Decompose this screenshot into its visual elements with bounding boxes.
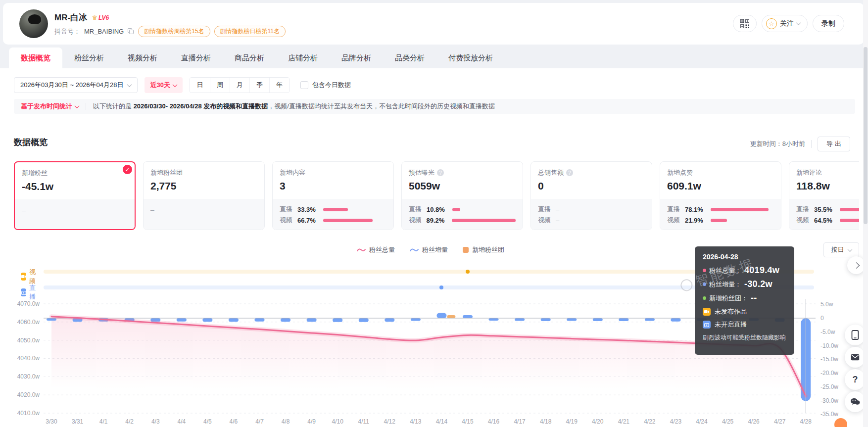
- svg-text:4/14: 4/14: [436, 418, 448, 425]
- qr-icon: [740, 19, 749, 28]
- legend-fans-total[interactable]: 粉丝总量: [357, 245, 395, 254]
- svg-text:4/8: 4/8: [282, 418, 290, 425]
- douyin-id: MR_BAIBING: [84, 28, 124, 35]
- feedback-mail-button[interactable]: [845, 347, 866, 368]
- svg-text:-5.0w: -5.0w: [820, 329, 835, 335]
- cards-next-button[interactable]: [847, 256, 865, 274]
- help-button[interactable]: ?: [845, 369, 866, 390]
- chart-granularity-select[interactable]: 按日: [823, 242, 859, 257]
- tab-shop-analysis[interactable]: 店铺分析: [276, 47, 330, 68]
- card-new-fan-club[interactable]: 新增粉丝团 2,775 –: [143, 161, 265, 230]
- checkbox-label: 包含今日数据: [312, 81, 351, 90]
- svg-text:4/24: 4/24: [696, 418, 708, 425]
- chat-icon: [850, 398, 860, 406]
- rank-badge-daily[interactable]: 剧情指数榜日榜第11名: [214, 26, 286, 37]
- svg-text:-35.0w: -35.0w: [820, 411, 838, 418]
- section-title: 数据概览: [14, 137, 48, 148]
- question-icon: ?: [853, 375, 858, 385]
- quick-range-select[interactable]: 近30天: [145, 77, 183, 93]
- card-total-sales[interactable]: 总销售额? 0 直播– 视频–: [530, 161, 652, 230]
- svg-text:4/21: 4/21: [618, 418, 630, 425]
- follow-button[interactable]: ☆ 关注: [762, 15, 808, 32]
- export-button[interactable]: 导出: [818, 137, 850, 151]
- granularity-segments: 日 周 月 季 年: [190, 77, 289, 93]
- segment-year[interactable]: 年: [269, 78, 289, 93]
- svg-text:4030.0w: 4030.0w: [17, 373, 40, 380]
- scrollbar-thumb[interactable]: [864, 47, 868, 224]
- svg-text:4/27: 4/27: [774, 418, 786, 425]
- tab-product-analysis[interactable]: 商品分析: [223, 47, 276, 68]
- qr-code-button[interactable]: [733, 15, 757, 32]
- mobile-app-button[interactable]: [845, 325, 866, 345]
- live-share-bar: [711, 208, 769, 211]
- svg-text:4/17: 4/17: [514, 418, 526, 425]
- copy-icon[interactable]: [128, 28, 134, 35]
- svg-text:4/15: 4/15: [462, 418, 474, 425]
- video-share-bar: [452, 219, 516, 222]
- page: MR-白冰 ♛LV6 抖音号： MR_BAIBING 剧情指数榜周榜第15名 剧…: [0, 0, 868, 427]
- divider: [86, 103, 86, 110]
- tab-paid-promotion-analysis[interactable]: 付费投放分析: [436, 47, 505, 68]
- segment-quarter[interactable]: 季: [249, 78, 269, 93]
- notice-text: 以下统计的是 2026/03/30- 2026/04/28 发布的视频和直播数据…: [93, 102, 495, 111]
- card-new-comments[interactable]: 新增评论 118.8w 直播35.5% 视频64.5%: [789, 161, 859, 230]
- tab-video-analysis[interactable]: 视频分析: [116, 47, 169, 68]
- record-button[interactable]: 录制: [813, 15, 844, 32]
- live-share-bar: [452, 208, 460, 211]
- square-icon: [463, 247, 469, 253]
- tab-data-overview[interactable]: 数据概览: [9, 47, 62, 68]
- svg-text:4/7: 4/7: [255, 418, 264, 425]
- svg-text:4/26: 4/26: [748, 418, 760, 425]
- chart-tooltip: 2026-04-28 粉丝总量：4019.4w 粉丝增量：-30.2w 新增粉丝…: [695, 246, 794, 355]
- segment-day[interactable]: 日: [190, 78, 210, 93]
- include-today-checkbox-row[interactable]: 包含今日数据: [300, 81, 351, 90]
- date-range-picker[interactable]: 2026年03月30日 ~ 2026年04月28日: [14, 77, 138, 93]
- dot-icon: [703, 283, 706, 286]
- svg-text:4/22: 4/22: [644, 418, 656, 425]
- live-share-bar: [840, 208, 859, 211]
- rank-badge-weekly[interactable]: 剧情指数榜周榜第15名: [138, 26, 210, 37]
- tab-live-analysis[interactable]: 直播分析: [169, 47, 223, 68]
- svg-text:0: 0: [820, 315, 824, 322]
- watermark-logo: [679, 278, 694, 292]
- help-icon[interactable]: ?: [437, 169, 444, 176]
- video-share-bar: [323, 219, 373, 222]
- svg-text:5.0w: 5.0w: [820, 301, 833, 308]
- chevron-right-icon: [853, 262, 860, 269]
- wechat-button[interactable]: [845, 391, 866, 412]
- svg-text:3/31: 3/31: [72, 418, 84, 425]
- legend-fans-increment[interactable]: 粉丝增量: [410, 245, 448, 254]
- card-estimated-exposure[interactable]: 预估曝光? 5059w 直播10.8% 视频89.2%: [401, 161, 523, 230]
- svg-text:4/19: 4/19: [566, 418, 578, 425]
- tab-brand-analysis[interactable]: 品牌分析: [330, 47, 383, 68]
- svg-text:4/18: 4/18: [540, 418, 552, 425]
- svg-text:4/28: 4/28: [800, 418, 812, 425]
- svg-text:4/9: 4/9: [307, 418, 316, 425]
- svg-text:4/2: 4/2: [125, 418, 134, 425]
- card-new-likes[interactable]: 新增点赞 609.1w 直播78.1% 视频21.9%: [660, 161, 781, 230]
- legend-fan-club[interactable]: 新增粉丝团: [463, 245, 504, 254]
- tab-category-analysis[interactable]: 品类分析: [383, 47, 436, 68]
- svg-text:4/6: 4/6: [230, 418, 238, 425]
- chevron-down-icon: [75, 103, 80, 108]
- card-new-content[interactable]: 新增内容 3 直播33.3% 视频66.7%: [272, 161, 394, 230]
- main-tabs: 数据概览 粉丝分析 视频分析 直播分析 商品分析 店铺分析 品牌分析 品类分析 …: [0, 47, 868, 68]
- help-icon[interactable]: ?: [566, 169, 573, 176]
- card-new-fans[interactable]: 新增粉丝 -45.1w – ✓: [14, 161, 136, 230]
- level-badge: ♛LV6: [92, 14, 109, 21]
- selected-check-icon: ✓: [123, 165, 132, 174]
- tab-fans-analysis[interactable]: 粉丝分析: [62, 47, 116, 68]
- svg-text:4020.0w: 4020.0w: [17, 391, 40, 398]
- segment-month[interactable]: 月: [230, 78, 249, 93]
- tooltip-footer: 剧烈波动可能受粉丝数隐藏影响: [703, 333, 786, 342]
- main-content: 2026年03月30日 ~ 2026年04月28日 近30天 日 周 月 季 年…: [0, 68, 868, 427]
- notice-filter-dropdown[interactable]: 基于发布时间统计: [21, 102, 79, 111]
- svg-text:-25.0w: -25.0w: [820, 383, 838, 390]
- checkbox[interactable]: [300, 81, 308, 89]
- divider: [811, 140, 812, 148]
- video-publish-marker[interactable]: [466, 270, 470, 274]
- chevron-down-icon: [127, 82, 132, 87]
- segment-week[interactable]: 周: [210, 78, 230, 93]
- avatar[interactable]: [19, 9, 48, 38]
- svg-text:4/25: 4/25: [722, 418, 734, 425]
